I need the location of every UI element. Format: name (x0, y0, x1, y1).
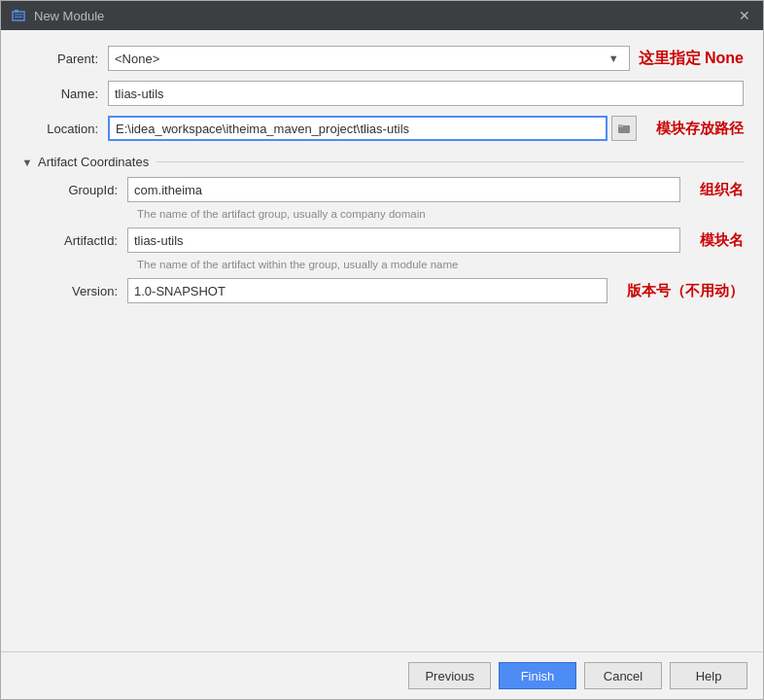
dialog-footer: Previous Finish Cancel Help (1, 651, 763, 699)
location-control-wrap (108, 116, 637, 141)
svg-rect-0 (13, 12, 24, 20)
groupid-annotation: 组织名 (700, 181, 744, 199)
name-row: Name: (20, 81, 744, 106)
groupid-hint: The name of the artifact group, usually … (137, 208, 426, 220)
artifactid-annotation: 模块名 (700, 231, 744, 250)
parent-label: Parent: (20, 52, 108, 66)
close-button[interactable]: ✕ (736, 7, 753, 24)
parent-row: Parent: <None> ▼ 这里指定 None (20, 46, 744, 71)
artifactid-hint-row: The name of the artifact within the grou… (30, 259, 744, 270)
groupid-control-wrap (127, 177, 680, 202)
collapse-arrow-icon[interactable]: ▼ (20, 156, 34, 169)
parent-dropdown[interactable]: <None> (108, 46, 630, 71)
section-divider (156, 161, 744, 162)
artifact-section: GroupId: 组织名 The name of the artifact gr… (20, 177, 744, 309)
cancel-button[interactable]: Cancel (584, 662, 662, 689)
browse-button[interactable] (611, 116, 637, 141)
dialog-icon (11, 8, 26, 23)
artifactid-row: ArtifactId: 模块名 (30, 228, 744, 253)
groupid-hint-row: The name of the artifact group, usually … (30, 208, 744, 220)
version-row: Version: 版本号（不用动） (30, 278, 744, 303)
name-label: Name: (20, 87, 108, 101)
help-button[interactable]: Help (670, 662, 747, 689)
location-row: Location: 模块存放路径 (20, 116, 744, 141)
location-annotation: 模块存放路径 (656, 120, 744, 138)
artifactid-label: ArtifactId: (30, 233, 127, 248)
previous-button[interactable]: Previous (408, 662, 491, 689)
folder-icon (618, 122, 630, 134)
artifactid-hint: The name of the artifact within the grou… (137, 259, 459, 270)
finish-button[interactable]: Finish (499, 662, 576, 689)
artifact-section-title: Artifact Coordinates (38, 155, 149, 169)
artifact-section-header: ▼ Artifact Coordinates (20, 155, 744, 169)
version-control-wrap (127, 278, 608, 303)
parent-annotation: 这里指定 None (639, 49, 744, 69)
artifactid-control-wrap (127, 228, 680, 253)
dialog-body: Parent: <None> ▼ 这里指定 None Name: Locatio… (1, 30, 763, 651)
artifactid-input[interactable] (127, 228, 680, 253)
groupid-row: GroupId: 组织名 (30, 177, 744, 202)
new-module-dialog: New Module ✕ Parent: <None> ▼ 这里指定 None … (0, 0, 764, 700)
name-control-wrap (108, 81, 744, 106)
groupid-label: GroupId: (30, 183, 127, 197)
location-label: Location: (20, 122, 108, 136)
groupid-input[interactable] (127, 177, 680, 202)
version-label: Version: (30, 284, 127, 298)
version-annotation: 版本号（不用动） (627, 282, 744, 300)
svg-rect-1 (15, 10, 18, 13)
title-bar: New Module ✕ (1, 1, 763, 30)
location-input[interactable] (108, 116, 608, 141)
name-input[interactable] (108, 81, 744, 106)
version-input[interactable] (127, 278, 608, 303)
svg-rect-5 (618, 124, 623, 127)
parent-control-wrap: <None> ▼ (108, 46, 619, 71)
dialog-title: New Module (34, 9, 104, 23)
